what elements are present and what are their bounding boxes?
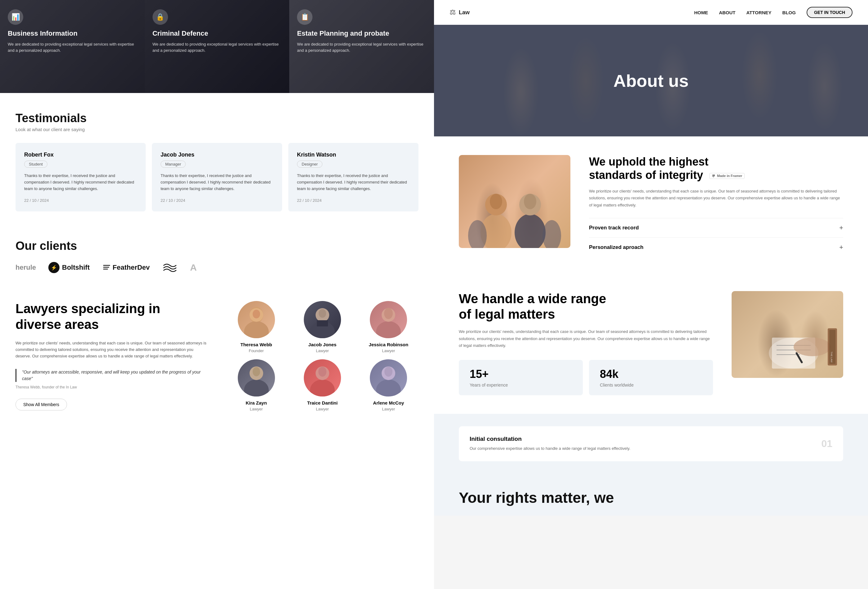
nav-blog[interactable]: BLOG: [782, 10, 796, 15]
lawyer-name-3: Kira Zayn: [226, 400, 286, 406]
hero-title: About us: [614, 71, 689, 91]
testimonial-0: Robert Fox Student Thanks to their exper…: [16, 143, 146, 211]
lawyer-2: Jessica Robinson Lawyer: [359, 301, 418, 353]
service-card-business[interactable]: 📊 Business Information We are dedicated …: [0, 0, 145, 93]
lawyer-avatar-1: [304, 301, 341, 338]
logo-text: Law: [459, 9, 469, 16]
testimonial-role-1: Manager: [161, 161, 186, 168]
testimonial-text-1: Thanks to their expertise, I received th…: [161, 173, 273, 192]
svg-point-8: [376, 321, 401, 338]
testimonial-name-2: Kristin Watson: [297, 152, 410, 158]
lawyer-avatar-5: [370, 359, 407, 397]
svg-point-27: [542, 220, 561, 248]
service-card-estate[interactable]: 📋 Estate Planning and probate We are ded…: [289, 0, 434, 93]
content-area: We uphold the highest standards of integ…: [434, 136, 868, 273]
accordion-personalized-label: Personalized aproach: [589, 244, 644, 251]
testimonial-name-0: Robert Fox: [24, 152, 137, 158]
services-section: 📊 Business Information We are dedicated …: [0, 0, 434, 93]
get-in-touch-button[interactable]: GET IN TOUCH: [807, 7, 852, 18]
stat-clients-number: 84k: [600, 368, 702, 381]
accordion-proven-icon: +: [839, 224, 843, 232]
integrity-title: We uphold the highest standards of integ…: [589, 155, 843, 182]
testimonials-grid: Robert Fox Student Thanks to their exper…: [16, 143, 418, 211]
lawyer-role-3: Lawyer: [226, 407, 286, 411]
testimonial-date-0: 22 / 10 / 2024: [24, 198, 137, 203]
lawyer-name-0: Theresa Webb: [226, 342, 286, 347]
lawyers-grid: Theresa Webb Founder Jacob Jones Lawyer: [226, 301, 418, 411]
nav-attorney[interactable]: ATTORNEY: [746, 10, 771, 15]
accordion-proven[interactable]: Proven track record +: [589, 218, 843, 238]
stat-experience-number: 15+: [469, 368, 572, 381]
lawyers-desc: We prioritize our clients' needs, unders…: [16, 340, 208, 359]
svg-point-13: [252, 367, 260, 376]
svg-point-3: [252, 310, 260, 318]
testimonial-role-2: Designer: [297, 161, 322, 168]
integrity-image: [459, 155, 570, 248]
svg-point-6: [319, 309, 326, 318]
svg-point-11: [244, 379, 269, 397]
svg-point-19: [384, 367, 393, 376]
client-boltshift: ⚡ Boltshift: [48, 262, 90, 273]
nav-about[interactable]: ABOUT: [719, 10, 735, 15]
lawyers-quote: "Our attorneys are accessible, responsiv…: [16, 369, 208, 382]
svg-point-35: [794, 338, 831, 356]
client-a: A: [190, 262, 197, 273]
right-panel: ⚖ Law HOME ABOUT ATTORNEY BLOG GET IN TO…: [434, 0, 868, 589]
integrity-text: We uphold the highest standards of integ…: [589, 155, 843, 257]
integrity-body: We prioritize our clients' needs, unders…: [589, 188, 843, 208]
testimonial-2: Kristin Watson Designer Thanks to their …: [288, 143, 418, 211]
service-desc-business: We are dedicated to providing exceptiona…: [8, 41, 137, 53]
boltshift-icon: ⚡: [48, 262, 59, 273]
lawyer-avatar-0: [238, 301, 275, 338]
testimonials-section: Testimonials Look at what our client are…: [0, 93, 434, 224]
svg-point-22: [490, 194, 502, 209]
service-title-business: Business Information: [8, 30, 137, 37]
service-content-estate: 📋 Estate Planning and probate We are ded…: [289, 0, 434, 63]
testimonial-text-2: Thanks to their expertise, I received th…: [297, 173, 410, 192]
nav-home[interactable]: HOME: [694, 10, 708, 15]
lawyer-name-5: Arlene McCoy: [359, 400, 418, 406]
lawyer-4: Traice Dantini Lawyer: [292, 359, 352, 411]
navbar-nav: HOME ABOUT ATTORNEY BLOG GET IN TOUCH: [694, 7, 852, 18]
svg-marker-28: [712, 174, 715, 178]
testimonial-date-2: 22 / 10 / 2024: [297, 198, 410, 203]
lawyer-5: Arlene McCoy Lawyer: [359, 359, 418, 411]
service-title-criminal: Criminal Defence: [152, 30, 282, 37]
lawyer-avatar-4: [304, 359, 341, 397]
stat-clients-label: Clients worldwide: [600, 382, 702, 388]
svg-text:THE LAW: THE LAW: [830, 351, 833, 363]
legal-body: We prioritize our clients' needs, unders…: [459, 328, 713, 349]
lawyer-avatar-2: [370, 301, 407, 338]
left-panel: 📊 Business Information We are dedicated …: [0, 0, 434, 589]
logo-icon: ⚖: [450, 8, 456, 16]
client-featherdev: FeatherDev: [102, 263, 150, 272]
rights-title: Your rights matter, we: [459, 489, 843, 506]
lawyers-section: Lawyers specializing in diverse areas We…: [0, 282, 434, 430]
show-all-button[interactable]: Show All Members: [16, 399, 67, 410]
legal-image: THE LAW: [732, 291, 843, 378]
stat-experience-label: Years of experience: [469, 382, 572, 388]
service-card-criminal[interactable]: 🔒 Criminal Defence We are dedicated to p…: [145, 0, 289, 93]
lawyer-name-2: Jessica Robinson: [359, 342, 418, 347]
estate-icon: 📋: [297, 9, 313, 25]
clients-title: Our clients: [16, 239, 418, 252]
hero-banner: About us: [434, 25, 868, 136]
clients-section: Our clients herule ⚡ Boltshift FeatherDe…: [0, 224, 434, 282]
navbar-logo[interactable]: ⚖ Law: [450, 8, 469, 16]
testimonials-title: Testimonials: [16, 112, 418, 125]
lawyer-role-2: Lawyer: [359, 348, 418, 353]
lawyers-title: Lawyers specializing in diverse areas: [16, 301, 208, 332]
testimonial-text-0: Thanks to their expertise, I received th…: [24, 173, 137, 192]
stats-row: 15+ Years of experience 84k Clients worl…: [459, 360, 713, 395]
service-desc-criminal: We are dedicated to providing exceptiona…: [152, 41, 282, 53]
lawyer-0: Theresa Webb Founder: [226, 301, 286, 353]
service-title-estate: Estate Planning and probate: [297, 30, 426, 37]
service-desc-estate: We are dedicated to providing exceptiona…: [297, 41, 426, 53]
testimonial-role-0: Student: [24, 161, 47, 168]
consultation-title: Initial consultation: [469, 435, 815, 442]
accordion-personalized[interactable]: Personalized aproach +: [589, 238, 843, 257]
svg-rect-7: [317, 320, 328, 326]
lawyer-3: Kira Zayn Lawyer: [226, 359, 286, 411]
service-content-business: 📊 Business Information We are dedicated …: [0, 0, 145, 63]
accordion-personalized-icon: +: [839, 244, 843, 251]
